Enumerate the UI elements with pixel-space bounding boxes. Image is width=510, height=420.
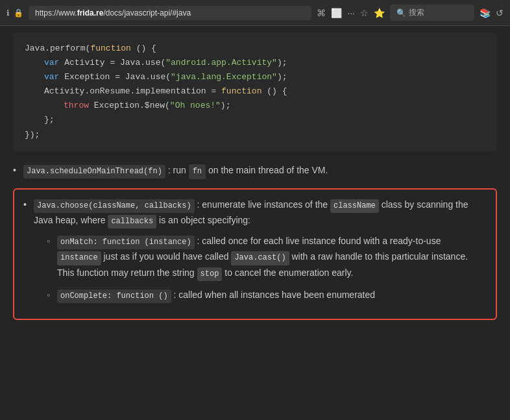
code-line3-end: ); xyxy=(277,72,287,82)
browser-chrome: ℹ 🔒 https://www.frida.re/docs/javascript… xyxy=(0,0,510,26)
code-line4-end: () { xyxy=(261,86,287,96)
code-function-kw-2: function xyxy=(221,86,261,96)
code-line2-end: ); xyxy=(277,58,287,68)
javacast-code-tag: Java.cast() xyxy=(231,251,289,265)
code-line-5: throw Exception.$new("Oh noes!"); xyxy=(25,99,485,113)
code-line5-end: ); xyxy=(221,101,231,110)
onmatch-text-after: with a raw handle to this particular ins… xyxy=(292,251,468,262)
code-var-1: var xyxy=(44,58,59,68)
onmatch-text-before: : called once for each live instance fou… xyxy=(197,236,441,246)
address-bar[interactable]: https://www.frida.re/docs/javascript-api… xyxy=(29,6,311,20)
code-line-4: Activity.onResume.implementation = funct… xyxy=(25,84,485,99)
doc-list: Java.scheduleOnMainThread(fn) : run fn o… xyxy=(13,163,497,179)
instance-code-tag: instance xyxy=(57,251,101,265)
code-line-2: var Activity = Java.use("android.app.Act… xyxy=(25,56,485,70)
code-java-perform: Java.perform( xyxy=(25,43,90,53)
code-activity: Activity = Java.use( xyxy=(59,58,165,68)
url-path: /docs/javascript-api/#java xyxy=(103,8,191,18)
code-line-6: }; xyxy=(25,113,485,127)
library-icon[interactable]: 📚 xyxy=(480,8,491,18)
lock-icon: 🔒 xyxy=(14,8,23,18)
fn-code-tag: fn xyxy=(189,164,206,179)
code-throw-kw: throw xyxy=(64,101,89,110)
oncomplete-text-after: : called when all instances have been en… xyxy=(174,290,376,300)
doc-list-highlighted: Java.choose(className, callbacks) : enum… xyxy=(23,197,487,303)
code-close-outer: }); xyxy=(25,130,40,140)
search-icon: 🔍 xyxy=(396,8,406,18)
code-close-inner: }; xyxy=(44,115,55,125)
info-icon: ℹ xyxy=(6,8,10,18)
code-block: Java.perform(function () { var Activity … xyxy=(13,32,497,151)
highlighted-section: Java.choose(className, callbacks) : enum… xyxy=(13,188,497,320)
schedule-text-after: on the main thread of the VM. xyxy=(208,165,328,175)
code-function-kw-1: function xyxy=(90,43,130,53)
schedule-text-before: : run xyxy=(168,165,189,175)
cmd-icon[interactable]: ⌘ xyxy=(317,8,326,18)
oncomplete-code-tag: onComplete: function () xyxy=(57,290,171,303)
classname-code-tag: className xyxy=(330,199,379,213)
content-area: Java.perform(function () { var Activity … xyxy=(0,26,510,420)
sub-item-onmatch: onMatch: function (instance) : called on… xyxy=(47,234,487,281)
choose-code-tag: Java.choose(className, callbacks) xyxy=(34,199,195,213)
code-str-1: "android.app.Activity" xyxy=(165,58,277,68)
code-var-2: var xyxy=(44,72,59,82)
choose-text-before: : enumerate live instances of the xyxy=(197,199,330,210)
code-str-3: "Oh noes!" xyxy=(170,101,221,110)
tab-icon[interactable]: ⬜ xyxy=(331,8,342,18)
code-line-7: }); xyxy=(25,128,485,142)
doc-item-choose: Java.choose(className, callbacks) : enum… xyxy=(23,197,487,303)
refresh-icon[interactable]: ↺ xyxy=(496,8,504,18)
code-impl: Activity.onResume.implementation = xyxy=(44,86,221,96)
onmatch-extra: This function may return the string xyxy=(57,267,197,278)
onmatch-extra-after: to cancel the enumeration early. xyxy=(225,267,353,278)
code-line1-end: () { xyxy=(131,43,156,53)
choose-text-after: is an object specifying: xyxy=(159,215,250,225)
code-exception: Exception = Java.use( xyxy=(59,72,171,82)
url-domain: frida.re xyxy=(77,8,104,18)
sub-item-oncomplete: onComplete: function () : called when al… xyxy=(47,288,487,303)
code-throw-body: Exception.$new( xyxy=(89,101,170,110)
doc-item-schedulemainthread: Java.scheduleOnMainThread(fn) : run fn o… xyxy=(13,163,497,179)
stop-code-tag: stop xyxy=(197,267,223,281)
code-line-3: var Exception = Java.use("java.lang.Exce… xyxy=(25,70,485,84)
onmatch-code-tag: onMatch: function (instance) xyxy=(57,236,195,249)
onmatch-text-middle: just as if you would have called xyxy=(104,251,232,262)
star-icon[interactable]: ☆ xyxy=(360,8,369,18)
sub-list: onMatch: function (instance) : called on… xyxy=(34,234,487,303)
search-placeholder: 搜索 xyxy=(409,7,424,18)
browser-info-icons: ℹ 🔒 xyxy=(6,8,23,18)
more-icon[interactable]: ··· xyxy=(347,8,355,18)
code-line-1: Java.perform(function () { xyxy=(25,42,485,56)
url-text: https://www.frida.re/docs/javascript-api… xyxy=(35,8,191,18)
callbacks-code-tag: callbacks xyxy=(108,215,156,229)
search-bar[interactable]: 🔍 搜索 xyxy=(390,5,474,21)
schedule-main-thread-code: Java.scheduleOnMainThread(fn) xyxy=(23,165,165,179)
code-str-2: "java.lang.Exception" xyxy=(171,72,277,82)
bookmark-icon[interactable]: ⭐ xyxy=(374,8,385,18)
